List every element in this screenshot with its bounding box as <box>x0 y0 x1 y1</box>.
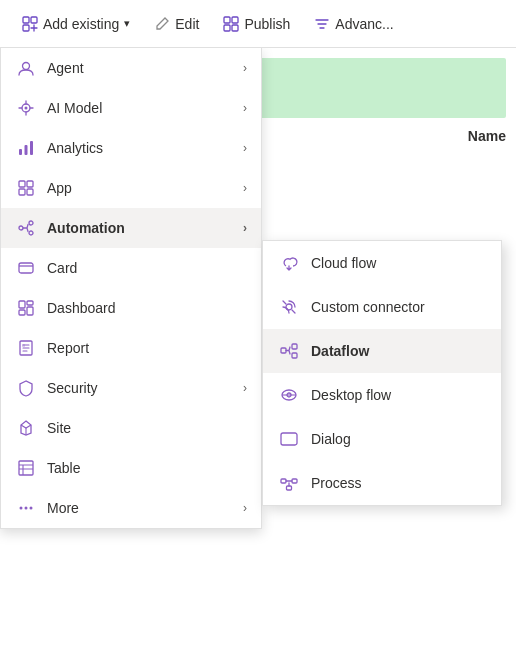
menu-item-ai-model[interactable]: AI Model › <box>1 88 261 128</box>
app-icon <box>17 179 35 197</box>
menu-item-card[interactable]: Card <box>1 248 261 288</box>
menu-item-site[interactable]: Site <box>1 408 261 448</box>
svg-rect-39 <box>281 479 286 483</box>
svg-rect-40 <box>292 479 297 483</box>
svg-rect-28 <box>19 461 33 475</box>
edit-button[interactable]: Edit <box>144 10 209 38</box>
security-icon <box>17 379 35 397</box>
menu-item-more[interactable]: More › <box>1 488 261 528</box>
publish-icon <box>223 16 239 32</box>
sub-menu-dialog[interactable]: Dialog <box>263 417 501 461</box>
svg-rect-10 <box>19 149 22 155</box>
publish-button[interactable]: Publish <box>213 10 300 38</box>
analytics-chevron: › <box>243 141 247 155</box>
dataflow-icon <box>279 341 299 361</box>
cloud-flow-label: Cloud flow <box>311 255 376 271</box>
advanced-button[interactable]: Advanc... <box>304 10 403 38</box>
svg-rect-22 <box>27 301 33 305</box>
security-label: Security <box>47 380 98 396</box>
sub-menu-custom-connector[interactable]: Custom connector <box>263 285 501 329</box>
report-icon <box>17 339 35 357</box>
card-label: Card <box>47 260 77 276</box>
dropdown-chevron-icon: ▾ <box>124 17 130 30</box>
automation-chevron: › <box>243 221 247 235</box>
automation-sub-menu: Cloud flow Custom connector <box>262 240 502 506</box>
more-label: More <box>47 500 79 516</box>
menu-item-app[interactable]: App › <box>1 168 261 208</box>
desktop-flow-icon <box>279 385 299 405</box>
automation-icon <box>17 219 35 237</box>
ai-model-chevron: › <box>243 101 247 115</box>
svg-point-31 <box>30 507 33 510</box>
advanced-label: Advanc... <box>335 16 393 32</box>
ai-model-icon <box>17 99 35 117</box>
menu-item-table[interactable]: Table <box>1 448 261 488</box>
svg-point-29 <box>20 507 23 510</box>
site-icon <box>17 419 35 437</box>
custom-connector-label: Custom connector <box>311 299 425 315</box>
custom-connector-icon <box>279 297 299 317</box>
advanced-icon <box>314 16 330 32</box>
table-icon <box>17 459 35 477</box>
svg-rect-5 <box>224 25 230 31</box>
svg-rect-16 <box>27 189 33 195</box>
sub-menu-cloud-flow[interactable]: Cloud flow <box>263 241 501 285</box>
svg-rect-3 <box>224 17 230 23</box>
more-chevron: › <box>243 501 247 515</box>
edit-label: Edit <box>175 16 199 32</box>
dropdown-overlay: Agent › AI Model › <box>0 48 516 657</box>
toolbar: Add existing ▾ Edit Publish Advanc... <box>0 0 516 48</box>
desktop-flow-label: Desktop flow <box>311 387 391 403</box>
add-existing-button[interactable]: Add existing ▾ <box>12 10 140 38</box>
svg-rect-24 <box>27 307 33 315</box>
add-existing-label: Add existing <box>43 16 119 32</box>
menu-item-agent[interactable]: Agent › <box>1 48 261 88</box>
edit-icon <box>154 16 170 32</box>
svg-rect-21 <box>19 301 25 308</box>
app-chevron: › <box>243 181 247 195</box>
sub-menu-desktop-flow[interactable]: Desktop flow <box>263 373 501 417</box>
menu-item-security[interactable]: Security › <box>1 368 261 408</box>
agent-label: Agent <box>47 60 84 76</box>
svg-rect-13 <box>19 181 25 187</box>
svg-point-19 <box>29 231 33 235</box>
publish-label: Publish <box>244 16 290 32</box>
svg-rect-2 <box>23 25 29 31</box>
ai-model-label: AI Model <box>47 100 102 116</box>
svg-rect-1 <box>31 17 37 23</box>
process-icon <box>279 473 299 493</box>
dataflow-label: Dataflow <box>311 343 369 359</box>
report-label: Report <box>47 340 89 356</box>
menu-item-automation[interactable]: Automation › <box>1 208 261 248</box>
main-area: Name Agent › <box>0 48 516 657</box>
svg-rect-26 <box>22 344 25 347</box>
menu-item-analytics[interactable]: Analytics › <box>1 128 261 168</box>
app-label: App <box>47 180 72 196</box>
svg-point-9 <box>25 107 28 110</box>
sub-menu-process[interactable]: Process <box>263 461 501 505</box>
add-existing-icon <box>22 16 38 32</box>
agent-icon <box>17 59 35 77</box>
svg-point-18 <box>29 221 33 225</box>
analytics-icon <box>17 139 35 157</box>
dialog-icon <box>279 429 299 449</box>
primary-menu: Agent › AI Model › <box>0 48 262 529</box>
table-label: Table <box>47 460 80 476</box>
svg-rect-12 <box>30 141 33 155</box>
dialog-label: Dialog <box>311 431 351 447</box>
svg-rect-15 <box>19 189 25 195</box>
svg-rect-11 <box>25 145 28 155</box>
svg-rect-33 <box>281 348 286 353</box>
menu-item-dashboard[interactable]: Dashboard <box>1 288 261 328</box>
svg-rect-14 <box>27 181 33 187</box>
site-label: Site <box>47 420 71 436</box>
svg-rect-34 <box>292 344 297 349</box>
agent-chevron: › <box>243 61 247 75</box>
svg-point-30 <box>25 507 28 510</box>
svg-rect-20 <box>19 263 33 273</box>
svg-rect-6 <box>232 25 238 31</box>
sub-menu-dataflow[interactable]: Dataflow <box>263 329 501 373</box>
more-icon <box>17 499 35 517</box>
svg-rect-4 <box>232 17 238 23</box>
menu-item-report[interactable]: Report <box>1 328 261 368</box>
